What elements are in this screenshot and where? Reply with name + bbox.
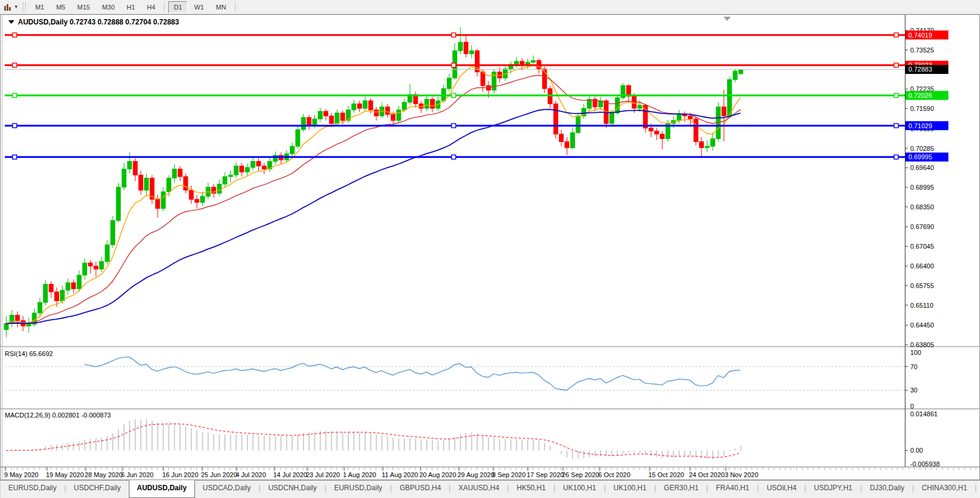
date-label: 29 Aug 2020 [457,471,494,478]
timeframe-button-w1[interactable]: W1 [188,1,209,13]
chart-tab-eurusd-daily[interactable]: EURUSD,Daily [1,481,64,498]
toolbar-separator [235,2,236,12]
line-handle[interactable] [894,94,898,98]
date-label: 15 Oct 2020 [648,471,684,478]
candle-body [200,196,205,202]
candle-body [223,177,227,184]
date-label: 14 Jul 2020 [273,471,307,478]
candle-body [72,283,76,289]
candle-body [335,113,339,123]
chart-tab-dj30-daily[interactable]: DJ30,Daily [862,481,912,498]
line-handle[interactable] [894,123,898,128]
line-handle[interactable] [13,94,17,98]
candle-body [374,110,378,116]
line-handle[interactable] [452,155,456,159]
candle-body [565,142,569,148]
chart-tab-audusd-daily[interactable]: AUDUSD,Daily [129,480,195,498]
dropdown-caret-icon[interactable]: ▼ [14,4,18,10]
chart-tabs-bar: EURUSD,Daily|USDCHF,DailyAUDUSD,DailyUSD… [0,480,980,498]
chart-tab-ger30-h1[interactable]: GER30,H1 [656,481,706,498]
chart-periods-icon[interactable] [2,2,13,13]
candle-body [66,283,70,290]
chart-tab-china300-h1[interactable]: CHINA300,H1 [914,481,975,498]
timeframe-button-d1[interactable]: D1 [168,1,187,13]
chart-title: AUDUSD,Daily 0.72743 0.72888 0.72704 0.7… [18,18,180,26]
line-handle[interactable] [13,123,17,128]
timeframe-button-m15[interactable]: M15 [72,1,95,13]
chart-tab-uk100-h1[interactable]: UK100,H1 [606,481,654,498]
chart-tab-fra40-h1[interactable]: FRA40,H1 [708,481,757,498]
current-price-badge: 0.72883 [905,65,948,74]
chart-tab-usdjpy-h1[interactable]: USDJPY,H1 [806,481,860,498]
toolbar-grip [23,2,26,12]
chart-tab-eurusd-daily[interactable]: EURUSD,Daily [326,481,390,498]
candle-body [88,263,92,266]
candle-body [256,162,261,166]
candle-body [111,221,115,245]
chart-canvas[interactable]: 9 May 202019 May 202028 May 20206 Jun 20… [0,14,980,480]
candle-body [458,42,462,51]
timeframe-button-m1[interactable]: M1 [30,1,50,13]
candle-body [318,112,322,119]
line-handle[interactable] [452,94,456,98]
chart-tab-xauusd-h4[interactable]: XAUUSD,H4 [450,481,507,498]
chart-header: AUDUSD,Daily 0.72743 0.72888 0.72704 0.7… [8,18,180,26]
date-label: 1 Aug 2020 [343,471,376,478]
candle-body [245,168,249,172]
candle-body [116,187,120,221]
timeframe-button-m5[interactable]: M5 [51,1,70,13]
macd-axis-label: 0.014861 [910,410,938,417]
line-handle[interactable] [13,33,17,37]
rsi-axis-label: 70 [910,363,917,370]
price-tick-label: 0.69640 [910,164,934,171]
timeframe-button-m30[interactable]: M30 [97,1,120,13]
hline-price-badge: 0.69995 [905,153,948,162]
price-tick-label: 0.64450 [910,321,934,329]
candle-body [161,191,165,208]
candle-body [234,166,238,175]
candle-body [464,42,468,54]
candle-body [296,129,300,146]
price-tick-label: 0.65110 [910,302,933,309]
candle-body [616,98,620,113]
line-handle[interactable] [894,155,898,159]
line-handle[interactable] [452,63,456,67]
chart-tab-usdchf-daily[interactable]: USDCHF,Daily [66,481,129,498]
rsi-axis-label: 100 [910,349,921,356]
chart-tab-gbpusd-h4[interactable]: GBPUSD,H4 [392,481,449,498]
line-handle[interactable] [13,155,17,159]
price-tick-label: 0.67045 [910,243,934,250]
timeframe-button-h4[interactable]: H4 [141,1,160,13]
timeframe-button-h1[interactable]: H1 [121,1,140,13]
candle-body [352,104,356,110]
chart-tab-hk50-h1[interactable]: HK50,H1 [509,481,554,498]
chart-tab-usoil-h4[interactable]: USOil,H4 [759,481,804,498]
chart-tab-usdcnh-daily[interactable]: USDCNH,Daily [261,481,324,498]
candle-body [391,115,395,120]
candle-body [525,62,530,64]
candle-body [554,104,558,134]
date-label: 25 Jun 2020 [201,471,237,478]
chart-tab-usdcad-daily[interactable]: USDCAD,Daily [195,481,259,498]
toolbar-separator [164,2,165,12]
line-handle[interactable] [894,63,898,67]
line-handle[interactable] [894,33,898,37]
candle-body [156,199,160,208]
price-tick-label: 0.73525 [910,47,934,54]
line-handle[interactable] [452,123,456,128]
chart-tab-usoil-h1[interactable]: USOil,H1 [976,481,980,498]
line-handle[interactable] [13,63,17,67]
price-tick-label: 0.68350 [910,203,934,211]
candle-body [228,175,233,177]
candle-body [290,146,294,154]
candle-body [307,117,311,125]
candle-body [139,175,143,190]
candle-body [738,69,743,73]
chart-tab-uk100-h1[interactable]: UK100,H1 [555,481,604,498]
timeframe-button-mn[interactable]: MN [211,1,231,13]
candle-body [77,275,81,289]
candle-body [27,324,31,326]
rsi-axis-label: 30 [910,386,917,394]
line-handle[interactable] [452,33,456,37]
candle-body [329,116,333,123]
